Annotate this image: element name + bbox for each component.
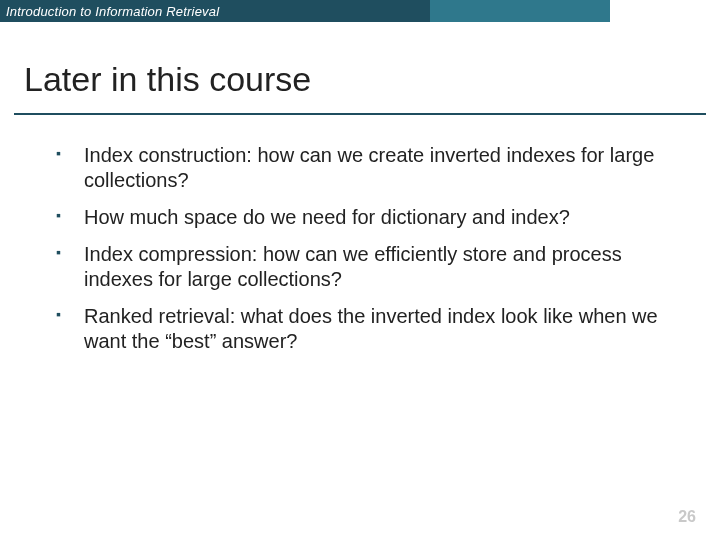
top-bar-spacer bbox=[610, 0, 720, 22]
top-bar-accent bbox=[430, 0, 610, 22]
top-bar-title-block: Introduction to Information Retrieval bbox=[0, 0, 430, 22]
list-item: Index construction: how can we create in… bbox=[56, 143, 672, 193]
bullet-list: Index construction: how can we create in… bbox=[56, 143, 672, 354]
page-number: 26 bbox=[678, 508, 696, 526]
title-area: Later in this course bbox=[0, 22, 720, 107]
list-item: Ranked retrieval: what does the inverted… bbox=[56, 304, 672, 354]
list-item: How much space do we need for dictionary… bbox=[56, 205, 672, 230]
list-item: Index compression: how can we efficientl… bbox=[56, 242, 672, 292]
top-bar: Introduction to Information Retrieval bbox=[0, 0, 720, 22]
course-title: Introduction to Information Retrieval bbox=[6, 4, 219, 19]
slide: Introduction to Information Retrieval La… bbox=[0, 0, 720, 540]
body-area: Index construction: how can we create in… bbox=[0, 115, 720, 354]
slide-title: Later in this course bbox=[24, 60, 696, 99]
